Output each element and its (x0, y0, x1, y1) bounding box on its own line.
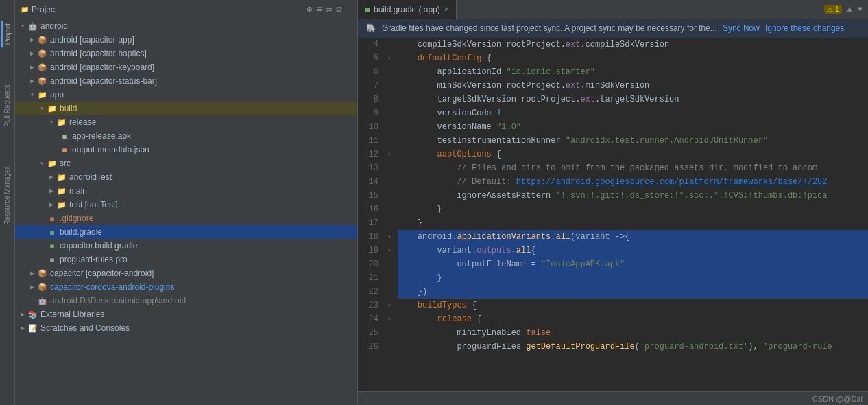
project-header-icons: ⊕ ≡ ⇄ ⚙ — (306, 3, 352, 15)
pull-requests-toggle[interactable]: Pull Requests (2, 82, 12, 130)
tree-item-cap-android[interactable]: ▶ 📦 capacitor [capacitor-android] (15, 266, 357, 280)
tree-item-statusbar[interactable]: ▶ 📦 android [capacitor-status-bar] (15, 74, 357, 88)
code-line-18: android.applicationVariants.all(variant … (398, 230, 868, 244)
fold-marker[interactable]: ▾ (384, 244, 395, 257)
ignore-changes-button[interactable]: Ignore these changes (765, 23, 844, 33)
tree-item-android-path[interactable]: 🤖 android D:\Desktop\ionic-app\android (15, 294, 357, 308)
code-line-14: // Default: https://android.googlesource… (398, 175, 868, 189)
tree-item-androidtest[interactable]: ▶ 📁 androidTest (15, 170, 357, 184)
tree-arrow: ▶ (18, 310, 27, 319)
tree-item-metadata[interactable]: ◼ output-metadata.json (15, 143, 357, 157)
code-line-21: } (398, 271, 868, 285)
app-folder-icon: 📁 (37, 89, 48, 100)
src-folder-icon: 📁 (47, 158, 58, 169)
tree-label-android-root: android (40, 21, 68, 31)
tree-item-cap-app[interactable]: ▶ 📦 android [capacitor-app] (15, 33, 357, 47)
code-line-13: // Files and dirs to omit from the packa… (398, 161, 868, 175)
tree-arrow: ▾ (18, 22, 27, 30)
tree-arrow: ▾ (27, 91, 37, 99)
release-folder-icon: 📁 (56, 117, 67, 128)
expand-up-icon[interactable]: ▲ (847, 5, 852, 14)
tree-item-main[interactable]: ▶ 📁 main (15, 184, 357, 198)
fold-marker (384, 202, 395, 216)
sync-now-button[interactable]: Sync Now (723, 23, 760, 33)
expand-icon[interactable]: ⇄ (326, 3, 332, 15)
tree-label-cap-app: android [capacitor-app] (50, 35, 134, 45)
tree-item-android-root[interactable]: ▾ 🤖 android (15, 19, 357, 33)
tree-label-gitignore: .gitignore (60, 213, 93, 223)
warning-badge[interactable]: ⚠ 1 (824, 5, 841, 14)
tree-arrow: ▶ (27, 269, 37, 277)
code-line-8: targetSdkVersion rootProject.ext.targetS… (398, 93, 868, 106)
tree-arrow: ▾ (37, 159, 47, 167)
code-line-10: versionName "1.0" (398, 120, 868, 134)
code-line-7: minSdkVersion rootProject.ext.minSdkVers… (398, 79, 868, 93)
tree-label-external: External Libraries (40, 310, 104, 319)
build-gradle-tab[interactable]: ◼ build.gradle (:app) ✕ (358, 0, 457, 19)
code-line-11: testInstrumentationRunner "androidx.test… (398, 134, 868, 148)
tree-item-haptics[interactable]: ▶ 📦 android [capacitor-haptics] (15, 47, 357, 60)
fold-marker (384, 340, 395, 354)
cap-gradle-icon: ◼ (47, 240, 58, 251)
tree-label-build: build (60, 104, 77, 113)
tree-arrow: ▶ (47, 200, 56, 209)
gradle-notif-icon: 🐘 (366, 23, 376, 33)
scratches-icon: 📝 (27, 323, 38, 334)
fold-marker[interactable]: ▾ (384, 148, 395, 161)
code-container[interactable]: 4 5 6 7 8 9 10 11 12 13 14 15 16 17 18 1… (358, 38, 868, 391)
tree-item-test[interactable]: ▶ 📁 test [unitTest] (15, 198, 357, 211)
tree-label-src: src (60, 159, 71, 168)
tree-item-keyboard[interactable]: ▶ 📦 android [capacitor-keyboard] (15, 60, 357, 74)
tree-item-cap-build-gradle[interactable]: ◼ capacitor.build.gradle (15, 239, 357, 253)
tab-close-button[interactable]: ✕ (444, 5, 449, 13)
fold-marker (384, 257, 395, 271)
file-tree: ▾ 🤖 android ▶ 📦 android [capacitor-app] … (15, 19, 357, 405)
tree-item-apk[interactable]: ◼ app-release.apk (15, 129, 357, 143)
tree-arrow: ▶ (27, 49, 37, 58)
external-icon: 📚 (27, 309, 38, 320)
code-lines[interactable]: compileSdkVersion rootProject.ext.compil… (395, 38, 868, 391)
code-line-23: buildTypes { (398, 299, 868, 312)
line-numbers: 4 5 6 7 8 9 10 11 12 13 14 15 16 17 18 1… (358, 38, 384, 391)
tree-item-proguard[interactable]: ◼ proguard-rules.pro (15, 253, 357, 266)
locate-icon[interactable]: ⊕ (306, 3, 312, 15)
code-line-5: defaultConfig { (398, 51, 868, 65)
fold-marker (384, 65, 395, 79)
tree-item-scratches[interactable]: ▶ 📝 Scratches and Consoles (15, 321, 357, 335)
settings-icon[interactable]: ⚙ (336, 3, 341, 15)
expand-down-icon[interactable]: ▼ (858, 5, 863, 14)
code-line-4: compileSdkVersion rootProject.ext.compil… (398, 38, 868, 51)
tree-label-main: main (69, 186, 87, 196)
fold-marker[interactable]: ▾ (384, 230, 395, 244)
code-line-9: versionCode 1 (398, 106, 868, 120)
tree-item-app[interactable]: ▾ 📁 app (15, 88, 357, 102)
cordova-icon: 📦 (37, 281, 48, 292)
fold-marker (384, 271, 395, 285)
project-panel-toggle[interactable]: Project (1, 21, 13, 47)
tree-item-cordova[interactable]: ▶ 📦 capacitor-cordova-android-plugins (15, 280, 357, 294)
fold-marker (384, 106, 395, 120)
code-line-12: aaptOptions { (398, 148, 868, 161)
tree-item-release[interactable]: ▾ 📁 release (15, 115, 357, 129)
tree-arrow: ▶ (47, 173, 56, 181)
tree-label-test: test [unitTest] (69, 200, 118, 209)
fold-marker[interactable]: ▾ (384, 299, 395, 312)
fold-marker (384, 93, 395, 106)
gradle-tab-icon: ◼ (365, 5, 370, 13)
minimize-icon[interactable]: — (346, 4, 352, 15)
status-text: CSDN @@Dai (812, 395, 863, 403)
tree-item-build-gradle[interactable]: ◼ build.gradle (15, 225, 357, 239)
list-icon[interactable]: ≡ (316, 4, 322, 15)
android-root-icon: 🤖 (27, 21, 38, 32)
resource-manager-toggle[interactable]: Resource Manager (2, 164, 12, 228)
tree-label-proguard: proguard-rules.pro (60, 255, 128, 264)
tree-item-external[interactable]: ▶ 📚 External Libraries (15, 308, 357, 321)
fold-marker (384, 189, 395, 202)
tree-item-build[interactable]: ▾ 📁 build (15, 102, 357, 115)
fold-marker[interactable]: ▾ (384, 51, 395, 65)
code-line-22: }) (398, 285, 868, 299)
fold-marker[interactable] (384, 38, 395, 51)
fold-marker[interactable]: ▾ (384, 312, 395, 326)
tree-item-src[interactable]: ▾ 📁 src (15, 157, 357, 170)
tree-item-gitignore[interactable]: ◼ .gitignore (15, 211, 357, 225)
